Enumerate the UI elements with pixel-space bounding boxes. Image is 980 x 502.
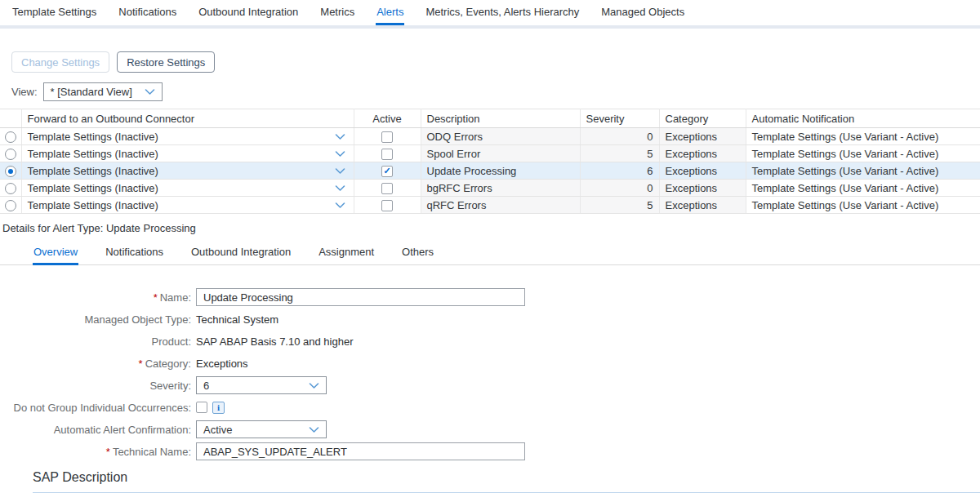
cell-description: qRFC Errors [421,197,580,214]
cell-automatic-notification: Template Settings (Use Variant - Active) [746,180,980,197]
detail-tab-assignment[interactable]: Assignment [318,241,375,265]
outbound-connector-select[interactable]: Template Settings (Inactive) [28,148,348,160]
managed-object-type-label: Managed Object Type: [0,313,196,326]
name-input[interactable] [196,288,525,306]
detail-tab-notifications[interactable]: Notifications [105,241,164,265]
table-row[interactable]: Template Settings (Inactive) Spool Error… [0,145,980,162]
tab-notifications[interactable]: Notifications [118,0,177,25]
chevron-slot [335,165,345,177]
details-title: Details for Alert Type: Update Processin… [2,222,980,234]
cell-outbound-connector: Template Settings (Inactive) [21,197,354,214]
table-row[interactable]: Template Settings (Inactive) bgRFC Error… [0,180,980,197]
form-row-product: Product: SAP ABAP Basis 7.10 and higher [0,332,980,350]
group-occurrences-checkbox[interactable] [196,402,207,413]
alert-table-body: Template Settings (Inactive) ODQ Errors … [0,128,980,214]
cell-outbound-connector: Template Settings (Inactive) [21,162,354,180]
product-value: SAP ABAP Basis 7.10 and higher [196,335,354,348]
header-select-column [0,109,21,128]
change-settings-button[interactable]: Change Settings [11,51,109,73]
detail-tab-overview[interactable]: Overview [33,241,78,265]
row-select-radio[interactable] [5,149,16,160]
cell-category: Exceptions [659,162,746,180]
outbound-connector-select[interactable]: Template Settings (Inactive) [28,165,348,177]
chevron-slot [309,380,319,392]
cell-severity: 6 [580,162,659,180]
chevron-down-icon [335,151,345,158]
tab-managed-objects[interactable]: Managed Objects [600,0,685,25]
name-label: *Name: [0,291,196,304]
form-row-category: *Category: Exceptions [0,354,980,372]
category-value: Exceptions [196,358,248,370]
header-description: Description [421,109,580,128]
row-active-checkbox[interactable] [381,183,393,194]
cell-active [354,145,421,162]
cell-category: Exceptions [659,197,746,214]
row-active-checkbox[interactable] [381,131,393,143]
cell-automatic-notification: Template Settings (Use Variant - Active) [746,162,980,180]
form-row-technical-name: *Technical Name: [0,442,980,460]
tab-template-settings[interactable]: Template Settings [11,0,97,25]
outbound-connector-select[interactable]: Template Settings (Inactive) [28,131,348,143]
cell-severity: 0 [580,128,659,145]
view-selector-row: View: * [Standard View] [11,82,980,101]
view-label: View: [11,86,38,98]
chevron-down-icon [309,383,319,389]
tab-metrics[interactable]: Metrics [319,0,355,25]
restore-settings-button[interactable]: Restore Settings [117,51,215,73]
technical-name-input[interactable] [196,442,525,460]
outbound-connector-value: Template Settings (Inactive) [28,131,158,143]
table-row[interactable]: Template Settings (Inactive) qRFC Errors… [0,197,980,214]
row-active-checkbox[interactable] [381,166,393,177]
chevron-slot [145,86,155,98]
cell-active [354,197,421,214]
group-occurrences-label: Do not Group Individual Occurrences: [0,402,196,414]
tab-metrics-events-alerts-hierarchy[interactable]: Metrics, Events, Alerts Hierarchy [425,0,580,25]
header-category: Category [659,109,746,128]
detail-tab-outbound-integration[interactable]: Outbound Integration [190,241,292,265]
details-tab-bar: Overview Notifications Outbound Integrat… [0,241,980,265]
tab-alerts[interactable]: Alerts [376,0,404,25]
outbound-connector-value: Template Settings (Inactive) [28,165,158,177]
chevron-slot [335,199,345,211]
outbound-connector-select[interactable]: Template Settings (Inactive) [28,199,348,211]
cell-select [0,145,21,162]
row-select-radio[interactable] [5,200,16,211]
table-row[interactable]: Template Settings (Inactive) Update Proc… [0,162,980,180]
cell-select [0,162,21,180]
row-select-radio[interactable] [5,183,16,194]
row-active-checkbox[interactable] [381,149,393,160]
info-icon[interactable] [212,402,225,414]
cell-select [0,180,21,197]
cell-category: Exceptions [659,128,746,145]
chevron-down-icon [335,202,345,209]
table-header-row: Forward to an Outbound Connector Active … [0,109,980,128]
cell-description: bgRFC Errors [421,180,580,197]
alert-types-table: Forward to an Outbound Connector Active … [0,109,980,214]
auto-confirmation-select[interactable]: Active [196,420,327,438]
row-select-radio[interactable] [5,131,16,143]
technical-name-label: *Technical Name: [0,446,196,458]
cell-severity: 5 [580,145,659,162]
table-row[interactable]: Template Settings (Inactive) ODQ Errors … [0,128,980,145]
severity-select[interactable]: 6 [196,376,327,394]
view-select-value: * [Standard View] [51,86,132,98]
tab-outbound-integration[interactable]: Outbound Integration [198,0,299,25]
row-select-radio[interactable] [5,166,16,177]
cell-severity: 5 [580,197,659,214]
chevron-slot [335,131,345,143]
view-select[interactable]: * [Standard View] [43,82,163,101]
outbound-connector-value: Template Settings (Inactive) [28,148,158,160]
row-active-checkbox[interactable] [381,200,393,211]
detail-tab-others[interactable]: Others [401,241,434,265]
cell-outbound-connector: Template Settings (Inactive) [21,128,354,145]
overview-form: *Name: Managed Object Type: Technical Sy… [0,288,980,460]
cell-automatic-notification: Template Settings (Use Variant - Active) [746,128,980,145]
cell-category: Exceptions [659,145,746,162]
cell-automatic-notification: Template Settings (Use Variant - Active) [746,145,980,162]
form-row-severity: Severity: 6 [0,376,980,394]
chevron-down-icon [145,89,155,96]
outbound-connector-select[interactable]: Template Settings (Inactive) [28,182,348,194]
required-marker: * [154,291,158,304]
form-row-managed-object-type: Managed Object Type: Technical System [0,310,980,328]
form-row-auto-confirmation: Automatic Alert Confirmation: Active [0,420,980,438]
